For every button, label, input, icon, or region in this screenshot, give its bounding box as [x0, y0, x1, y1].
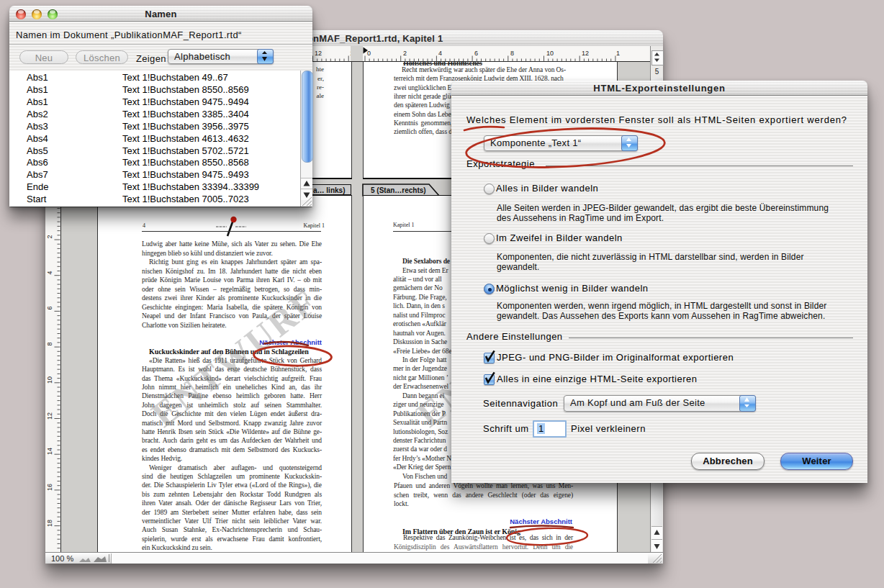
svg-text:10: 10	[546, 50, 554, 57]
svg-text:12: 12	[582, 50, 589, 57]
svg-text:1: 1	[616, 50, 620, 57]
svg-text:2: 2	[403, 50, 407, 57]
svg-text:8: 8	[510, 50, 514, 57]
svg-text:12: 12	[46, 412, 53, 420]
svg-text:6: 6	[46, 306, 53, 309]
svg-text:12: 12	[315, 50, 322, 57]
svg-text:14: 14	[46, 448, 53, 455]
svg-text:6: 6	[474, 50, 478, 57]
svg-text:10: 10	[46, 376, 53, 384]
svg-text:4: 4	[46, 271, 53, 274]
svg-text:2: 2	[46, 235, 53, 238]
svg-text:4: 4	[438, 50, 442, 57]
svg-text:16: 16	[46, 484, 53, 491]
svg-text:18: 18	[46, 520, 53, 527]
svg-text:8: 8	[46, 342, 53, 345]
svg-text:0: 0	[367, 50, 371, 57]
